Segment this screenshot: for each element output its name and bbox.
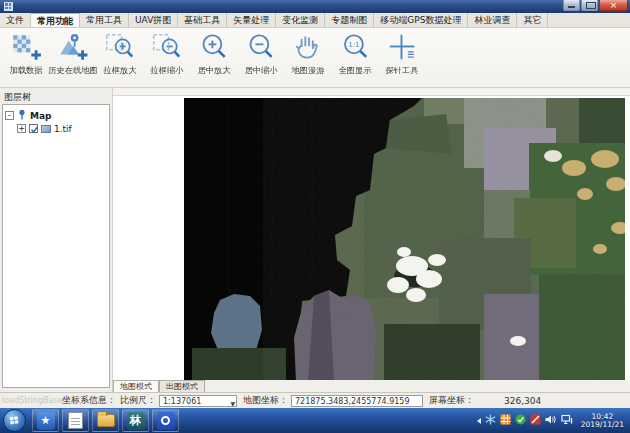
maximize-button[interactable] xyxy=(581,0,598,11)
tree-row-tif[interactable]: + 1.tif xyxy=(5,122,107,135)
windows-taskbar: ★ 林 xyxy=(0,408,630,433)
svg-text:1:1: 1:1 xyxy=(348,41,359,49)
load-data-icon xyxy=(10,31,42,63)
status-bar: loadStringBaseLayer 坐标系信息： 比例尺： 1:137061… xyxy=(0,392,630,408)
ribbon-toolbar: 加载数据 历史在线地图 拉框放大 xyxy=(0,28,630,88)
taskbar-notepad-app[interactable] xyxy=(62,409,89,432)
taskbar-star-app[interactable]: ★ xyxy=(32,409,59,432)
history-online-map-icon xyxy=(57,31,89,63)
map-panel: 地图模式 出图模式 xyxy=(113,88,630,392)
tray-green-check-icon[interactable] xyxy=(515,414,526,427)
start-button[interactable] xyxy=(3,409,26,432)
app-icon xyxy=(4,2,13,11)
ghost-text: loadStringBaseLayer xyxy=(2,396,62,405)
layer-panel: 图层树 - Map + 1. xyxy=(0,88,113,392)
tool-label: 探针工具 xyxy=(385,65,418,77)
map-coord-label: 地图坐标： xyxy=(243,394,288,407)
title-bar: × xyxy=(0,0,630,13)
box-zoom-out-button[interactable]: 拉框缩小 xyxy=(143,30,190,77)
scale-combobox[interactable]: 1:137061 ▼ xyxy=(159,395,237,407)
close-button[interactable]: × xyxy=(599,0,628,11)
tab-basic-tools[interactable]: 基础工具 xyxy=(178,13,227,27)
center-zoom-out-button[interactable]: 居中缩小 xyxy=(237,30,284,77)
tool-label: 全图显示 xyxy=(338,65,371,77)
collapse-expander-icon[interactable]: - xyxy=(5,111,14,120)
main-area: 图层树 - Map + 1. xyxy=(0,88,630,392)
tree-row-map[interactable]: - Map xyxy=(5,109,107,122)
star-app-icon: ★ xyxy=(37,412,55,430)
notepad-app-icon xyxy=(68,412,83,429)
tab-file[interactable]: 文件 xyxy=(0,13,31,27)
tool-label: 居中放大 xyxy=(197,65,230,77)
map-pin-icon xyxy=(17,109,27,122)
satellite-map-image[interactable] xyxy=(184,98,625,380)
raster-layer-icon xyxy=(41,125,51,133)
scale-value: 1:137061 xyxy=(163,397,201,406)
network-icon[interactable] xyxy=(561,414,573,427)
ribbon-tab-strip: 文件 常用功能 常用工具 UAV拼图 基础工具 矢量处理 变化监测 专题制图 移… xyxy=(0,13,630,28)
taskbar-ring-app[interactable] xyxy=(152,409,179,432)
taskbar-forestry-app[interactable]: 林 xyxy=(122,409,149,432)
tray-grid-icon[interactable] xyxy=(500,414,511,427)
coord-sys-label: 坐标系信息： xyxy=(62,394,116,407)
load-data-button[interactable]: 加载数据 xyxy=(2,30,49,77)
tab-change-detection[interactable]: 变化监测 xyxy=(276,13,325,27)
layer-tree[interactable]: - Map + 1.tif xyxy=(2,104,110,388)
scale-label: 比例尺： xyxy=(120,394,156,407)
probe-tool-icon xyxy=(386,31,418,63)
tool-label: 拉框放大 xyxy=(103,65,136,77)
tab-layout-mode[interactable]: 出图模式 xyxy=(159,380,205,392)
tool-label: 居中缩小 xyxy=(244,65,277,77)
tab-uav-mosaic[interactable]: UAV拼图 xyxy=(129,13,178,27)
probe-tool-button[interactable]: 探针工具 xyxy=(378,30,425,77)
tab-forestry-survey[interactable]: 林业调查 xyxy=(468,13,517,27)
tab-vector-processing[interactable]: 矢量处理 xyxy=(227,13,276,27)
box-zoom-in-icon xyxy=(104,31,136,63)
tab-map-mode[interactable]: 地图模式 xyxy=(113,380,159,392)
minimize-button[interactable] xyxy=(563,0,580,11)
full-extent-icon: 1:1 xyxy=(339,31,371,63)
ring-app-icon xyxy=(157,412,175,430)
map-panel-top-strip xyxy=(113,88,630,96)
chevron-down-icon[interactable]: ▼ xyxy=(230,398,235,409)
tab-thematic-mapping[interactable]: 专题制图 xyxy=(325,13,374,27)
center-zoom-in-icon xyxy=(198,31,230,63)
tool-label: 拉框缩小 xyxy=(150,65,183,77)
tool-label: 加载数据 xyxy=(9,65,42,77)
taskbar-folder-app[interactable] xyxy=(92,409,119,432)
screen-coord-label: 屏幕坐标： xyxy=(429,394,474,407)
expand-expander-icon[interactable]: + xyxy=(17,124,26,133)
clock-date: 2019/11/21 xyxy=(581,421,624,429)
map-coord-value: 721875.3483,2455774.9159 xyxy=(291,395,423,407)
tab-common-functions[interactable]: 常用功能 xyxy=(31,13,80,27)
center-zoom-in-button[interactable]: 居中放大 xyxy=(190,30,237,77)
folder-icon xyxy=(97,414,115,427)
system-tray: 10:42 2019/11/21 xyxy=(477,413,627,429)
tray-snowflake-icon[interactable] xyxy=(485,414,496,427)
layer-visibility-checkbox[interactable] xyxy=(29,124,38,133)
tray-red-flag-icon[interactable] xyxy=(530,414,541,427)
tool-label: 地图漫游 xyxy=(291,65,324,77)
volume-icon[interactable] xyxy=(545,414,557,427)
screen-coord-value: 326,304 xyxy=(504,396,541,406)
layer-root-label[interactable]: Map xyxy=(30,111,51,121)
tab-common-tools[interactable]: 常用工具 xyxy=(80,13,129,27)
full-extent-button[interactable]: 1:1 全图显示 xyxy=(331,30,378,77)
taskbar-clock[interactable]: 10:42 2019/11/21 xyxy=(581,413,624,429)
tool-label: 历史在线地图 xyxy=(48,65,98,77)
box-zoom-in-button[interactable]: 拉框放大 xyxy=(96,30,143,77)
pan-button[interactable]: 地图漫游 xyxy=(284,30,331,77)
show-hidden-icons-arrow[interactable] xyxy=(477,418,481,424)
pan-hand-icon xyxy=(292,31,324,63)
layer-child-label[interactable]: 1.tif xyxy=(54,124,72,134)
view-mode-tabs: 地图模式 出图模式 xyxy=(113,380,205,392)
map-canvas[interactable] xyxy=(113,96,630,380)
box-zoom-out-icon xyxy=(151,31,183,63)
tab-mobile-gps-data[interactable]: 移动端GPS数据处理 xyxy=(374,13,468,27)
forestry-app-icon: 林 xyxy=(127,412,145,430)
center-zoom-out-icon xyxy=(245,31,277,63)
tab-other[interactable]: 其它 xyxy=(517,13,548,27)
history-online-map-button[interactable]: 历史在线地图 xyxy=(49,30,96,77)
